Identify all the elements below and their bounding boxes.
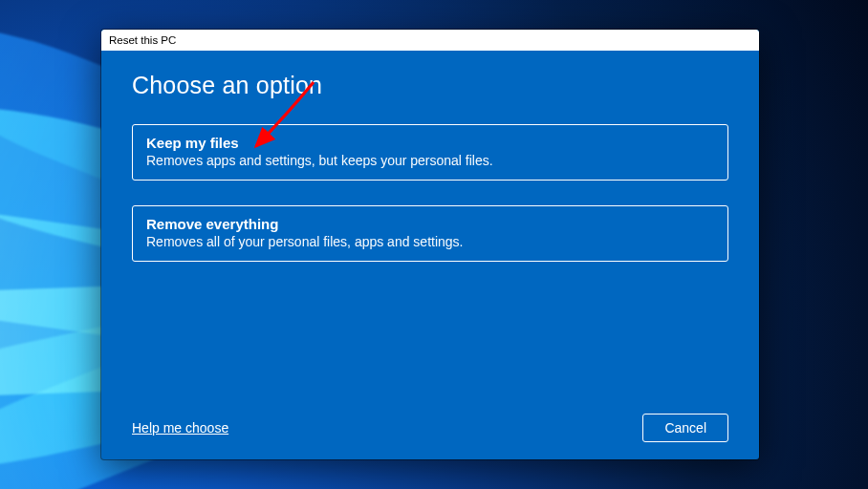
desktop-background: Reset this PC Choose an option Keep my f… [0, 0, 868, 489]
reset-pc-dialog: Reset this PC Choose an option Keep my f… [101, 30, 759, 459]
window-title: Reset this PC [109, 34, 176, 46]
cancel-button[interactable]: Cancel [642, 414, 728, 442]
option-description: Removes apps and settings, but keeps you… [146, 153, 714, 168]
option-description: Removes all of your personal files, apps… [146, 234, 714, 249]
page-title: Choose an option [132, 72, 728, 99]
titlebar: Reset this PC [101, 30, 759, 51]
option-keep-my-files[interactable]: Keep my files Removes apps and settings,… [132, 124, 728, 181]
help-me-choose-link[interactable]: Help me choose [132, 420, 228, 436]
option-remove-everything[interactable]: Remove everything Removes all of your pe… [132, 205, 728, 262]
option-title: Remove everything [146, 216, 714, 232]
dialog-footer: Help me choose Cancel [132, 406, 728, 442]
dialog-content: Choose an option Keep my files Removes a… [101, 51, 759, 459]
option-title: Keep my files [146, 135, 714, 151]
